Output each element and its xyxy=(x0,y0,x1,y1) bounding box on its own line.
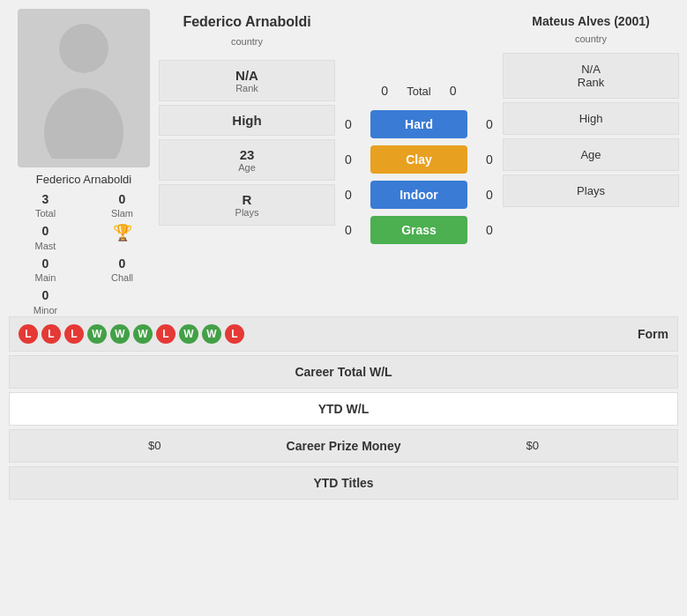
player2-minor-value: 0 xyxy=(679,287,687,303)
player2-stats: 0 Total 0 Slam 0 Mast 🏆 0 Main xyxy=(679,191,687,316)
p2-high-box: High xyxy=(503,102,679,135)
clay-p1: 0 xyxy=(335,152,362,167)
player1-minor-cell: 0 Minor xyxy=(9,287,82,315)
total-p2-score: 0 xyxy=(440,84,467,98)
player1-avatar xyxy=(18,9,150,167)
player1-mast-cell: 0 Mast xyxy=(9,223,82,251)
ytd-wl-label: YTD W/L xyxy=(318,402,370,416)
p1-rank-box: N/A Rank xyxy=(159,60,335,101)
p1-age-box: 23 Age xyxy=(159,139,335,181)
p1-plays-label: Plays xyxy=(164,207,330,218)
player1-minor-label: Minor xyxy=(9,304,82,316)
player1-total-value: 3 xyxy=(9,191,82,207)
player2-minor-cell: 0 Minor xyxy=(679,287,687,315)
clay-badge: Clay xyxy=(370,145,467,174)
form-badges: LLLWWWLWWL xyxy=(19,324,244,344)
indoor-p1: 0 xyxy=(335,188,362,202)
bottom-section: LLLWWWLWWL Form Career Total W/L YTD W/L… xyxy=(0,316,687,500)
svg-point-0 xyxy=(59,24,108,73)
total-row: 0 Total 0 xyxy=(371,84,466,98)
main-container: Federico Arnaboldi 3 Total 0 Slam 0 Mast… xyxy=(0,0,687,500)
player1-chall-value: 0 xyxy=(86,256,159,271)
prize-label: Career Prize Money xyxy=(287,439,401,453)
p1-plays-box: R Plays xyxy=(159,184,335,226)
ytd-titles-label: YTD Titles xyxy=(313,476,373,490)
form-badge-l: L xyxy=(156,324,175,344)
player1-card: Federico Arnaboldi 3 Total 0 Slam 0 Mast… xyxy=(9,9,159,316)
player1-main-value: 0 xyxy=(9,256,82,271)
p1-rank-value: N/A xyxy=(164,68,330,83)
trophy-icon-1: 🏆 xyxy=(113,224,132,241)
p2-rank-box: N/A Rank xyxy=(503,53,679,99)
career-total-row: Career Total W/L xyxy=(9,355,678,389)
p1-center-name: Federico Arnaboldi xyxy=(159,9,335,36)
indoor-badge: Indoor xyxy=(370,181,467,209)
p1-high-value: High xyxy=(164,113,330,128)
p2-stat-boxes: N/A Rank High Age Plays xyxy=(503,53,679,209)
p2-rank-label: Rank xyxy=(508,76,674,89)
p2-high-value: High xyxy=(508,112,674,125)
player1-slam-cell: 0 Slam xyxy=(86,191,159,219)
player1-mast-label: Mast xyxy=(9,240,82,252)
player2-minor-label: Minor xyxy=(679,304,687,316)
player2-total-value: 0 xyxy=(679,191,687,207)
player2-card: Mateus Alves (2001) 0 Total 0 Slam 0 Mas… xyxy=(679,9,687,316)
form-badge-l: L xyxy=(19,324,38,344)
player1-slam-value: 0 xyxy=(86,191,159,207)
form-label: Form xyxy=(638,327,668,341)
prize-p1: $0 xyxy=(23,439,287,452)
player1-middle: Federico Arnaboldi country N/A Rank High… xyxy=(159,9,335,316)
player2-main-cell: 0 Main xyxy=(679,256,687,284)
player2-main-label: Main xyxy=(679,271,687,284)
player1-main-label: Main xyxy=(9,271,82,284)
player2-middle: Mateus Alves (2001) country N/A Rank Hig… xyxy=(503,9,679,316)
total-label: Total xyxy=(407,85,430,98)
p1-rank-label: Rank xyxy=(164,83,330,93)
player1-stats: 3 Total 0 Slam 0 Mast 🏆 0 Main xyxy=(9,191,159,316)
player2-main-value: 0 xyxy=(679,256,687,271)
grass-p2: 0 xyxy=(476,223,503,237)
player1-mast2-cell: 0 Main xyxy=(9,256,82,284)
p1-high-box: High xyxy=(159,105,335,136)
grass-p1: 0 xyxy=(335,223,362,237)
hard-row: 0 Hard 0 xyxy=(335,110,503,138)
form-badge-w: W xyxy=(110,324,130,344)
form-badge-w: W xyxy=(133,324,153,344)
form-badge-l: L xyxy=(225,324,244,344)
hard-badge: Hard xyxy=(370,110,467,138)
grass-badge: Grass xyxy=(370,216,467,244)
player1-chall-label: Chall xyxy=(86,271,159,284)
player2-mast-label: Mast xyxy=(679,240,687,252)
total-p1-score: 0 xyxy=(371,84,398,98)
p2-rank-value: N/A xyxy=(508,63,674,76)
p1-country: country xyxy=(159,36,335,47)
hard-p2: 0 xyxy=(476,117,503,131)
hard-p1: 0 xyxy=(335,117,362,131)
court-section: 0 Total 0 0 Hard 0 0 Clay 0 0 Indoor 0 0 xyxy=(335,9,503,316)
form-badge-w: W xyxy=(202,324,221,344)
p2-plays-box: Plays xyxy=(503,174,679,207)
ytd-wl-row: YTD W/L xyxy=(9,392,678,426)
indoor-p2: 0 xyxy=(476,188,503,202)
form-row: LLLWWWLWWL Form xyxy=(9,316,678,352)
top-section: Federico Arnaboldi 3 Total 0 Slam 0 Mast… xyxy=(0,0,687,316)
clay-row: 0 Clay 0 xyxy=(335,145,503,174)
p1-age-label: Age xyxy=(164,162,330,173)
p2-age-label: Age xyxy=(508,148,674,161)
prize-row: $0 Career Prize Money $0 xyxy=(9,429,678,463)
player1-minor-value: 0 xyxy=(9,287,82,303)
career-total-label: Career Total W/L xyxy=(295,365,392,379)
p2-age-box: Age xyxy=(503,138,679,171)
player2-mast-cell: 0 Mast xyxy=(679,223,687,251)
player1-chall-cell: 0 Chall xyxy=(86,256,159,284)
player1-slam-label: Slam xyxy=(86,207,159,219)
indoor-row: 0 Indoor 0 xyxy=(335,181,503,209)
p1-plays-value: R xyxy=(164,192,330,207)
player1-trophy: 🏆 xyxy=(86,223,159,251)
form-badge-l: L xyxy=(41,324,61,344)
p1-stat-boxes: N/A Rank High 23 Age R Plays xyxy=(159,60,335,227)
player1-name: Federico Arnaboldi xyxy=(36,173,131,186)
p2-country: country xyxy=(503,33,679,44)
player2-total-cell: 0 Total xyxy=(679,191,687,219)
player1-total-label: Total xyxy=(9,207,82,219)
